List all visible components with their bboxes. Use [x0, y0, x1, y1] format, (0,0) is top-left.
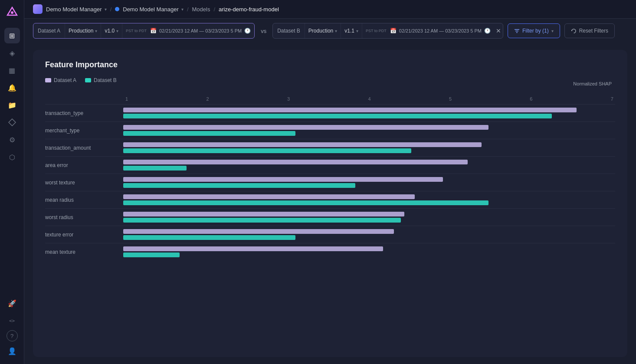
models-label[interactable]: Models [192, 6, 210, 13]
sidebar-model-icon[interactable]: ◈ [4, 45, 20, 61]
sidebar-alerts-icon[interactable]: 🔔 [4, 80, 20, 95]
bar-b-3 [123, 166, 187, 171]
svg-marker-6 [571, 30, 573, 31]
dataset-a-version[interactable]: v1.0 ▾ [101, 23, 122, 38]
sidebar-rocket-icon[interactable]: 🚀 [4, 295, 20, 311]
row-label-0: transaction_type [45, 110, 123, 116]
main-content: Demo Model Manager ▾ / Demo Model Manage… [24, 0, 636, 364]
sidebar-home-icon[interactable]: ⊞ [4, 28, 20, 43]
feature-importance-chart: Feature Importance Dataset A Dataset B N… [33, 50, 627, 357]
env-b-chevron: ▾ [335, 29, 337, 33]
topbar-app-icon [33, 4, 43, 14]
bars-area-0 [123, 108, 615, 118]
sidebar-code-icon[interactable]: <> [4, 313, 20, 328]
table-row: transaction_type [45, 104, 615, 121]
bar-a-6 [123, 212, 404, 216]
legend-label-a: Dataset A [54, 77, 76, 83]
axis-label: Normalized SHAP [573, 81, 612, 86]
x-axis-ticks: 1 2 3 4 5 6 7 [125, 96, 615, 102]
filter-label: Filter by (1) [522, 28, 549, 34]
sidebar-help-icon[interactable]: ? [7, 330, 18, 341]
table-row: texture error [45, 226, 615, 243]
bar-a-3 [123, 160, 468, 164]
row-label-4: worst texture [45, 180, 123, 186]
chart-legend: Dataset A Dataset B [45, 77, 117, 83]
project-link[interactable]: Demo Model Manager ▾ [123, 6, 184, 13]
vs-label: vs [259, 28, 268, 34]
row-label-3: area error [45, 162, 123, 168]
env-a-chevron: ▾ [95, 29, 97, 33]
calendar-a-icon: 📅 [150, 28, 157, 34]
reset-filters-button[interactable]: Reset Filters [564, 23, 615, 38]
dataset-b-version[interactable]: v1.1 ▾ [341, 23, 362, 38]
row-label-8: mean texture [45, 249, 123, 255]
svg-point-1 [11, 11, 13, 14]
bars-area-5 [123, 194, 615, 205]
bars-area-2 [123, 142, 615, 153]
sidebar-settings-icon[interactable]: ⚙ [4, 132, 20, 148]
bar-b-2 [123, 148, 411, 153]
bar-a-5 [123, 194, 415, 199]
clock-a-icon[interactable]: 🕐 [244, 28, 251, 34]
bars-area-8 [123, 246, 615, 257]
dataset-a-environment[interactable]: Production ▾ [65, 23, 101, 38]
filter-icon [514, 28, 520, 34]
separator-2: / [187, 6, 189, 13]
close-dataset-b-button[interactable]: ✕ [494, 26, 503, 35]
legend-color-dataset-b [85, 78, 91, 82]
bar-a-2 [123, 142, 482, 147]
reset-label: Reset Filters [579, 28, 608, 34]
tick-4: 4 [368, 96, 370, 102]
bar-a-4 [123, 177, 443, 182]
row-label-6: worst radius [45, 214, 123, 220]
chart-rows: transaction_type merchant_type transacti… [45, 104, 615, 260]
workspace-label: Demo Model Manager [46, 6, 102, 13]
bar-b-0 [123, 114, 552, 118]
sidebar-user-icon[interactable]: 👤 [4, 343, 20, 359]
filter-chevron: ▾ [551, 29, 554, 33]
bars-area-4 [123, 177, 615, 188]
tick-2: 2 [206, 96, 209, 102]
workspace-link[interactable]: Demo Model Manager ▾ [46, 6, 107, 13]
sidebar-dashboard-icon[interactable]: ▦ [4, 62, 20, 78]
dataset-b-date: PST to PDT 📅 02/21/2023 12 AM — 03/23/20… [362, 23, 494, 38]
dataset-b-selector: Dataset B Production ▾ v1.1 ▾ PST to PDT… [272, 23, 503, 39]
clock-b-icon[interactable]: 🕐 [484, 28, 491, 34]
tick-1: 1 [125, 96, 128, 102]
tick-3: 3 [287, 96, 290, 102]
bar-a-7 [123, 229, 394, 234]
filter-button[interactable]: Filter by (1) ▾ [508, 23, 560, 38]
sidebar: ⊞ ◈ ▦ 🔔 📁 ⚙ ⬡ 🚀 <> ? 👤 [0, 0, 24, 364]
bar-b-5 [123, 200, 488, 205]
legend-color-dataset-a [45, 78, 51, 82]
filters-bar: Dataset A Production ▾ v1.0 ▾ PST to PDT… [24, 19, 636, 43]
date-b-tz-label: PST to PDT [366, 29, 387, 33]
dataset-a-date: PST to PDT 📅 02/21/2023 12 AM — 03/23/20… [122, 23, 254, 38]
sidebar-plugins-icon[interactable]: ⬡ [4, 149, 20, 165]
model-name: arize-demo-fraud-model [219, 6, 279, 13]
dataset-b-environment[interactable]: Production ▾ [305, 23, 341, 38]
legend-item-a: Dataset A [45, 77, 76, 83]
legend-label-b: Dataset B [94, 77, 117, 83]
table-row: worst radius [45, 208, 615, 226]
table-row: worst texture [45, 174, 615, 191]
sidebar-explore-icon[interactable] [4, 115, 20, 130]
chart-title: Feature Importance [45, 60, 615, 69]
separator-1: / [110, 6, 112, 13]
bar-b-1 [123, 131, 295, 136]
topbar: Demo Model Manager ▾ / Demo Model Manage… [24, 0, 636, 19]
legend-item-b: Dataset B [85, 77, 117, 83]
date-a-tz-label: PST to PDT [126, 29, 147, 33]
ver-b-chevron: ▾ [356, 29, 358, 33]
row-label-7: texture error [45, 232, 123, 238]
project-dot [115, 7, 119, 11]
date-b-range: 02/21/2023 12 AM — 03/23/2023 5 PM [399, 28, 482, 33]
sidebar-files-icon[interactable]: 📁 [4, 97, 20, 113]
row-label-2: transaction_amount [45, 145, 123, 151]
bar-a-0 [123, 108, 577, 112]
project-label: Demo Model Manager [123, 6, 179, 13]
bar-b-7 [123, 235, 295, 240]
tick-7: 7 [611, 96, 613, 102]
app-logo[interactable] [5, 5, 19, 19]
bar-a-1 [123, 125, 488, 130]
